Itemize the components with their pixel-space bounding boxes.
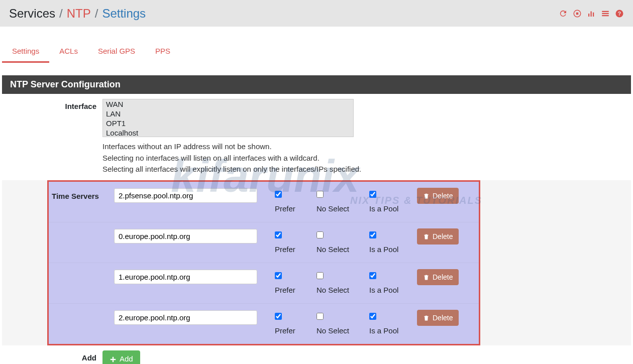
- pool-checkbox[interactable]: [369, 191, 376, 198]
- panel-title: NTP Server Configuration: [2, 75, 631, 94]
- interface-label: Interface: [2, 99, 102, 175]
- help-icon[interactable]: ?: [615, 9, 624, 18]
- pool-checkbox[interactable]: [369, 272, 376, 279]
- tabs: Settings ACLs Serial GPS PPS: [0, 41, 633, 63]
- time-server-host-input[interactable]: [114, 229, 257, 244]
- pool-checkbox-label: Is a Pool: [369, 286, 414, 294]
- prefer-checkbox[interactable]: [275, 272, 282, 279]
- prefer-checkbox-label: Prefer: [275, 204, 311, 213]
- interface-option-wan[interactable]: WAN: [103, 99, 353, 109]
- trash-icon: [423, 232, 430, 240]
- time-server-row: PreferNo SelectIs a PoolDelete: [49, 263, 479, 304]
- svg-rect-1: [576, 12, 579, 15]
- log-icon[interactable]: [601, 9, 610, 18]
- svg-rect-5: [602, 11, 609, 12]
- breadcrumb-sep: /: [59, 7, 63, 21]
- pool-checkbox-label: Is a Pool: [369, 204, 414, 213]
- header-actions: ?: [559, 9, 624, 18]
- pool-checkbox-label: Is a Pool: [369, 326, 414, 335]
- prefer-checkbox[interactable]: [275, 231, 282, 238]
- delete-button[interactable]: Delete: [417, 188, 459, 204]
- pool-checkbox[interactable]: [369, 231, 376, 238]
- interface-select[interactable]: WAN LAN OPT1 Localhost: [102, 99, 354, 137]
- pool-checkbox[interactable]: [369, 313, 376, 320]
- breadcrumb-leaf: Settings: [102, 7, 146, 21]
- delete-button[interactable]: Delete: [417, 228, 459, 245]
- noselect-checkbox[interactable]: [316, 313, 324, 320]
- delete-button[interactable]: Delete: [417, 269, 459, 285]
- trash-icon: [423, 273, 430, 281]
- add-button-label: Add: [120, 354, 133, 363]
- time-server-host-input[interactable]: [114, 310, 257, 325]
- time-server-host-input[interactable]: [114, 270, 257, 284]
- trash-icon: [423, 192, 430, 200]
- breadcrumb-root: Services: [9, 7, 55, 21]
- prefer-checkbox-label: Prefer: [275, 326, 311, 335]
- interface-option-localhost[interactable]: Localhost: [103, 128, 353, 137]
- prefer-checkbox[interactable]: [275, 191, 282, 198]
- noselect-checkbox[interactable]: [316, 231, 324, 238]
- svg-rect-2: [588, 14, 589, 17]
- breadcrumb: Services / NTP / Settings: [9, 7, 146, 21]
- svg-rect-3: [591, 11, 592, 17]
- time-server-row: Time ServersPreferNo SelectIs a PoolDele…: [49, 182, 479, 222]
- prefer-checkbox-label: Prefer: [275, 245, 311, 254]
- svg-rect-7: [602, 15, 609, 16]
- row-time-servers: Time ServersPreferNo SelectIs a PoolDele…: [2, 180, 631, 345]
- breadcrumb-sep: /: [95, 7, 98, 21]
- row-add: Add Add: [2, 345, 631, 365]
- delete-label: Delete: [433, 314, 453, 322]
- svg-rect-4: [593, 12, 594, 16]
- tab-serial-gps[interactable]: Serial GPS: [88, 41, 145, 63]
- noselect-checkbox-label: No Select: [316, 326, 364, 335]
- chart-icon[interactable]: [587, 9, 596, 18]
- svg-text:?: ?: [618, 10, 621, 16]
- add-label: Add: [2, 350, 102, 365]
- breadcrumb-bar: Services / NTP / Settings ?: [0, 0, 633, 27]
- pool-checkbox-label: Is a Pool: [369, 245, 414, 254]
- prefer-checkbox-label: Prefer: [275, 286, 311, 294]
- noselect-checkbox-label: No Select: [316, 204, 364, 213]
- add-button[interactable]: Add: [102, 350, 140, 365]
- svg-rect-6: [602, 13, 609, 14]
- plus-icon: [110, 354, 117, 363]
- delete-button[interactable]: Delete: [417, 310, 459, 326]
- noselect-checkbox[interactable]: [316, 191, 324, 198]
- time-server-row: PreferNo SelectIs a PoolDelete: [49, 304, 479, 344]
- tab-acls[interactable]: ACLs: [49, 41, 88, 63]
- interface-help-1: Interfaces without an IP address will no…: [102, 141, 621, 153]
- stop-icon[interactable]: [573, 9, 582, 18]
- time-server-host-input[interactable]: [114, 188, 257, 203]
- trash-icon: [423, 314, 430, 322]
- svg-rect-11: [111, 358, 116, 359]
- tab-pps[interactable]: PPS: [145, 41, 180, 63]
- interface-option-lan[interactable]: LAN: [103, 109, 353, 118]
- noselect-checkbox-label: No Select: [316, 245, 364, 254]
- delete-label: Delete: [433, 232, 453, 240]
- breadcrumb-ntp-link[interactable]: NTP: [67, 7, 91, 21]
- time-servers-label: Time Servers: [49, 187, 104, 200]
- delete-label: Delete: [433, 192, 453, 200]
- interface-option-opt1[interactable]: OPT1: [103, 118, 353, 128]
- refresh-icon[interactable]: [559, 9, 568, 18]
- tab-settings[interactable]: Settings: [2, 41, 49, 63]
- noselect-checkbox[interactable]: [316, 272, 324, 279]
- delete-label: Delete: [433, 273, 453, 281]
- noselect-checkbox-label: No Select: [316, 286, 364, 294]
- panel-ntp-config: NTP Server Configuration Interface WAN L…: [2, 75, 631, 364]
- row-interface: Interface WAN LAN OPT1 Localhost Interfa…: [2, 94, 631, 180]
- interface-help-3: Selecting all interfaces will explicitly…: [102, 164, 621, 175]
- time-server-row: PreferNo SelectIs a PoolDelete: [49, 222, 479, 263]
- prefer-checkbox[interactable]: [275, 313, 282, 320]
- interface-help-2: Selecting no interfaces will listen on a…: [102, 153, 621, 164]
- time-servers-highlight: Time ServersPreferNo SelectIs a PoolDele…: [47, 180, 480, 345]
